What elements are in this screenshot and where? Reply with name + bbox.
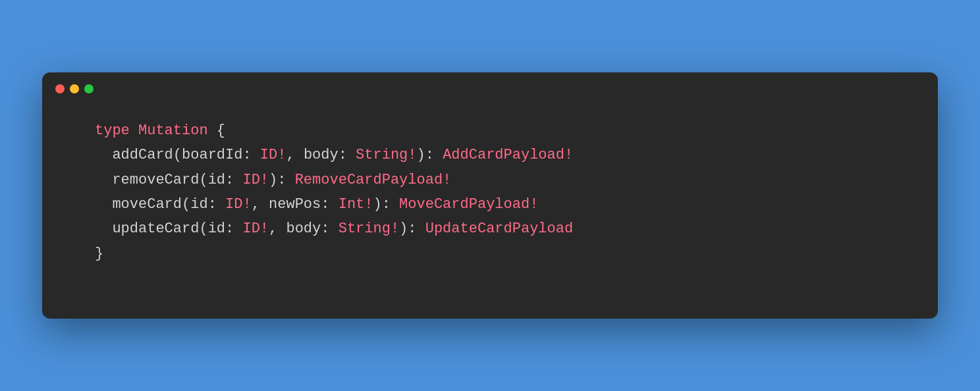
code-editor: type Mutation { addCard(boardId: ID!, bo…: [42, 105, 938, 292]
return-movecard: MoveCardPayload!: [399, 196, 538, 213]
type-mutation: Mutation: [138, 122, 208, 139]
code-window: type Mutation { addCard(boardId: ID!, bo…: [42, 72, 938, 319]
code-line-movecard: moveCard(id: ID!, newPos: Int!): MoveCar…: [95, 192, 898, 217]
minimize-button[interactable]: [70, 84, 79, 93]
close-brace: }: [95, 246, 103, 262]
code-line-close: }: [95, 242, 898, 266]
code-line-addcard: addCard(boardId: ID!, body: String!): Ad…: [95, 143, 898, 167]
field-updatecard: updateCard: [112, 221, 199, 237]
return-addcard: AddCardPayload!: [443, 147, 573, 163]
code-line-type: type Mutation {: [95, 118, 898, 143]
code-line-updatecard: updateCard(id: ID!, body: String!): Upda…: [95, 217, 898, 241]
field-movecard: moveCard: [112, 196, 182, 213]
code-line-removecard: removeCard(id: ID!): RemoveCardPayload!: [95, 168, 898, 192]
titlebar: [42, 72, 938, 105]
maximize-button[interactable]: [84, 84, 94, 93]
field-addcard: addCard: [112, 147, 173, 163]
open-brace: {: [208, 122, 225, 139]
field-removecard: removeCard: [112, 172, 199, 188]
return-updatecard: UpdateCardPayload: [425, 221, 573, 237]
keyword-type: type: [95, 122, 130, 139]
return-removecard: RemoveCardPayload!: [295, 172, 452, 188]
close-button[interactable]: [55, 84, 65, 93]
